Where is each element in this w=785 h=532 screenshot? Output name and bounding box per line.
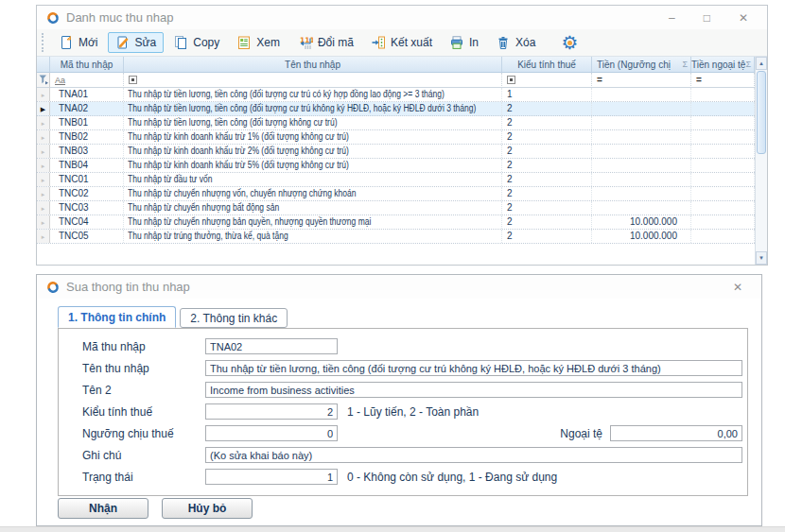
filter-threshold-cell[interactable]: = [592,73,691,88]
sum-icon[interactable]: Σ [682,60,690,69]
filter-tax-cell[interactable] [502,73,592,88]
table-row[interactable]: ▸ TNC03 Thu nhập từ chuyển nhượng bất độ… [37,201,755,215]
name-field[interactable] [205,360,742,376]
change-code-icon: 111 [297,35,313,50]
row-indicator: ▸ [37,130,50,144]
table-row[interactable]: ▸ TNA01 Thu nhập từ tiền lương, tiền côn… [37,88,755,102]
name2-field[interactable] [205,382,742,398]
scroll-up-icon[interactable]: ▲ [756,57,767,70]
row-indicator: ▶ [37,102,50,115]
table-row[interactable]: ▸ TNB04 Thu nhập từ kinh doanh khấu trừ … [37,159,755,173]
tab-strip: 1. Thông tin chính 2. Thông tin khác [58,306,288,328]
column-header-foreign-currency[interactable]: Tiền ngoại tệ Σ [691,57,755,73]
row-indicator: ▸ [37,116,50,129]
table-row[interactable]: ▸ TNC01 Thu nhập từ đầu tư vốn 2 [37,173,755,187]
sum-icon[interactable]: Σ [745,60,754,69]
column-header-name[interactable]: Tên thu nhập [124,57,502,73]
export-button[interactable]: Kết xuất [363,32,440,53]
edit-income-window: Sua thong tin thu nhap ✕ 1. Thông tin ch… [36,274,762,526]
row-indicator: ▸ [37,215,50,229]
column-header-code[interactable]: Mã thu nhập [50,57,124,73]
row-pointer-icon: ▸ [42,191,45,197]
note-field[interactable] [205,447,742,463]
row-foreign-currency [691,187,755,200]
row-name-cell: Thu nhập từ kinh doanh khấu trừ 1% (đối … [124,130,502,144]
row-indicator: ▸ [37,187,50,200]
row-code: TNB03 [50,145,124,158]
row-pointer-icon: ▸ [42,233,45,240]
filter-foreign-cell[interactable]: = [691,73,755,88]
row-pointer-icon: ▸ [42,148,45,155]
settings-button[interactable]: ⚙ [558,32,581,53]
close-icon[interactable]: ✕ [739,12,748,24]
edit-button[interactable]: Sửa [108,32,165,53]
window-title: Sua thong tin thu nhap [66,280,190,294]
row-indicator: ▸ [37,145,50,158]
print-button[interactable]: In [442,32,486,53]
row-code: TNB02 [50,130,124,144]
status-field[interactable] [205,469,338,485]
filter-funnel-icon[interactable] [39,75,48,85]
table-row[interactable]: ▸ TNC04 Thu nhập từ chuyển nhượng bản qu… [37,215,755,230]
row-threshold: 10.000.000 [592,215,691,229]
tax-type-hint: 1 - Lũy tiến, 2 - Toàn phần [347,405,479,419]
toolbar-grip[interactable] [42,33,44,52]
table-row[interactable]: ▶ TNA02 Thu nhập từ tiền lương, tiền côn… [37,102,755,116]
close-icon[interactable]: ✕ [733,282,742,293]
grid-vertical-scrollbar[interactable]: ▲ ▼ [755,57,767,265]
value-filter-icon [129,76,137,84]
threshold-field[interactable] [205,425,338,441]
row-pointer-icon: ▸ [42,163,45,169]
table-row[interactable]: ▸ TNC02 Thu nhập từ chuyển nhượng vốn, c… [37,187,755,201]
status-hint: 0 - Không còn sử dụng, 1 - Đang sử dụng [347,471,557,484]
row-code: TNC05 [50,230,124,243]
delete-button[interactable]: Xóa [488,32,543,53]
row-name: Thu nhập từ đầu tư vốn [128,173,212,186]
maximize-icon[interactable]: □ [704,12,710,24]
filter-name-cell[interactable] [124,73,502,88]
foreign-currency-label: Ngoại tệ [560,427,602,440]
scroll-down-icon[interactable]: ▼ [756,251,767,265]
column-header-tax-type[interactable]: Kiểu tính thuế [502,57,592,73]
row-name-cell: Thu nhập từ kinh doanh khấu trừ 2% (đối … [124,145,502,158]
row-name-cell: Thu nhập từ tiền lương, tiền công (đối t… [124,88,502,101]
tax-type-field[interactable] [205,403,338,420]
text-filter-icon: Aa [55,76,65,85]
filter-indicator-cell [37,73,50,88]
new-document-icon [59,35,74,50]
code-field[interactable] [205,338,338,354]
row-name: Thu nhập từ tiền lương, tiền công (đối t… [128,88,445,101]
copy-button[interactable]: Copy [166,32,227,53]
row-name: Thu nhập từ tiền lương, tiền công (đối t… [128,102,476,115]
accept-button[interactable]: Nhận [58,498,148,519]
row-name-cell: Thu nhập từ chuyển nhượng bản quyền, như… [124,215,502,229]
bottom-strip [0,526,785,532]
column-header-foreign-label: Tiền ngoại tệ [691,60,745,70]
scrollbar-thumb[interactable] [757,71,766,154]
column-header-threshold[interactable]: Tiền (Ngưỡng chị Σ [592,57,691,73]
toolbar: Mới Sửa Copy [37,29,767,57]
table-row[interactable]: ▸ TNC05 Thu nhập từ trúng thưởng, thừa k… [37,230,755,244]
table-row[interactable]: ▸ TNB02 Thu nhập từ kinh doanh khấu trừ … [37,130,755,145]
new-button[interactable]: Mới [51,32,106,53]
tab-main-info[interactable]: 1. Thông tin chính [58,306,176,328]
table-row[interactable]: ▸ TNB01 Thu nhập từ tiền lương, tiền côn… [37,116,755,130]
tab-other-info[interactable]: 2. Thông tin khác [180,308,288,328]
row-name-cell: Thu nhập từ chuyển nhượng bất động sản [124,201,502,215]
column-header-threshold-label: Tiền (Ngưỡng chị [597,60,671,70]
row-name: Thu nhập từ chuyển nhượng vốn, chuyển nh… [128,187,356,200]
foreign-currency-field[interactable] [610,425,742,441]
row-tax-type: 2 [502,230,592,243]
row-name: Thu nhập từ tiền lương, tiền công (đối t… [128,116,338,129]
table-row[interactable]: ▸ TNB03 Thu nhập từ kinh doanh khấu trừ … [37,145,755,159]
form-row-tax-type: Kiểu tính thuế 1 - Lũy tiến, 2 - Toàn ph… [59,401,747,422]
code-label: Mã thu nhập [82,340,205,353]
minimize-icon[interactable]: – [669,12,675,24]
row-pointer-icon: ▶ [41,106,45,112]
filter-code-cell[interactable]: Aa [50,73,124,88]
row-code: TNC01 [50,173,124,186]
view-button[interactable]: Xem [229,32,288,53]
cancel-button[interactable]: Hủy bỏ [162,498,253,519]
change-code-button[interactable]: 111 Đổi mã [289,32,361,53]
row-name-cell: Thu nhập từ tiền lương, tiền công (đối t… [124,116,502,129]
